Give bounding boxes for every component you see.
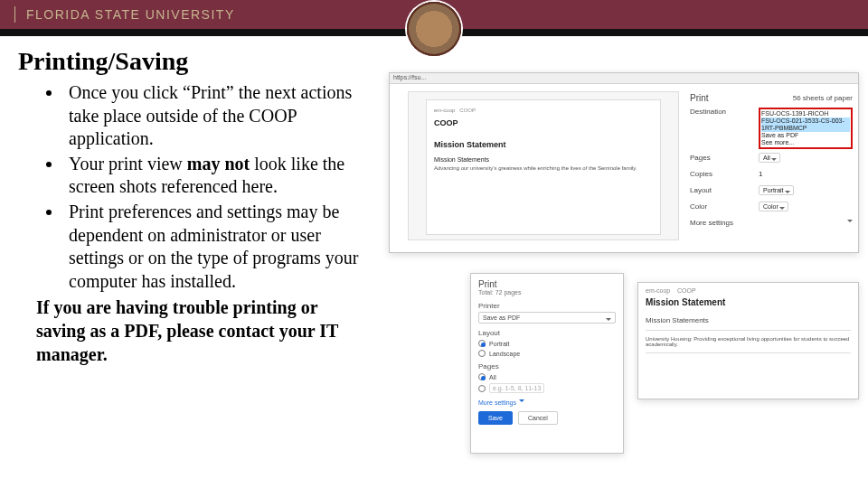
banner-divider [14, 6, 15, 23]
preview-app-title: COOP [434, 118, 653, 127]
copies-label: Copies [690, 170, 712, 178]
color-row: Color Color [690, 198, 853, 214]
preview-page: em-coop COOP COOP Mission Statement Miss… [426, 99, 661, 235]
preview-sub: Mission Statements [434, 156, 653, 163]
print-preview-area: em-coop COOP COOP Mission Statement Miss… [408, 91, 679, 240]
banner-text: FLORIDA STATE UNIVERSITY [26, 7, 235, 22]
copies-row: Copies 1 [690, 165, 853, 182]
ff-printer-label: Printer [478, 302, 616, 310]
ff-pages-section: Pages All e.g. 1-5, 8, 11-13 [471, 360, 623, 396]
radio-icon [478, 350, 486, 357]
radio-icon [478, 385, 486, 392]
document-preview: em-coop COOP Mission Statement Mission S… [637, 282, 859, 399]
ff-page-count: Total: 72 pages [471, 289, 623, 299]
pages-select[interactable]: All [759, 153, 780, 163]
doc-subtitle: Mission Statements [638, 314, 858, 326]
ff-title: Print [471, 274, 623, 289]
ff-layout-landscape[interactable]: Landscape [478, 350, 616, 357]
firefox-print-dialog: Print Total: 72 pages Printer Save as PD… [470, 273, 624, 454]
layout-select[interactable]: Portrait [759, 185, 794, 195]
ff-layout-label: Layout [478, 329, 616, 337]
ff-button-row: Save Cancel [471, 406, 623, 430]
print-header-row: Print 56 sheets of paper [690, 89, 853, 106]
bullet-list: Once you click “Print” the next actions … [36, 81, 362, 293]
bullet-emphasis: may not [187, 154, 250, 174]
chrome-print-sidebar: Print 56 sheets of paper Destination FSU… [690, 89, 853, 230]
more-row[interactable]: More settings [690, 214, 853, 230]
divider [646, 330, 851, 331]
breadcrumb: em-coop COOP [434, 108, 653, 113]
doc-title: Mission Statement [638, 294, 858, 314]
destination-option[interactable]: FSU-OCS-1391-RICOH [761, 110, 850, 117]
cancel-button[interactable]: Cancel [518, 411, 558, 425]
pages-label: Pages [690, 154, 711, 162]
bullet-text: Your print view [69, 154, 187, 174]
destination-row: Destination FSU-OCS-1391-RICOH FSU-OCS-0… [690, 108, 853, 149]
ff-more-settings[interactable]: More settings [471, 396, 623, 406]
bullet-item: Print preferences and settings may be de… [63, 201, 362, 293]
pages-row: Pages All [690, 149, 853, 165]
preview-section: Mission Statement [434, 140, 653, 149]
ff-layout-portrait[interactable]: Portrait [478, 340, 616, 347]
destination-option[interactable]: Save as PDF [761, 132, 850, 139]
layout-row: Layout Portrait [690, 182, 853, 198]
screenshot-group: https://fsu... em-coop COOP COOP Mission… [389, 72, 859, 461]
destination-label: Destination [690, 108, 726, 116]
breadcrumb: em-coop COOP [638, 283, 858, 294]
doc-body-line: University Housing: Providing exceptiona… [638, 334, 858, 349]
url-text: https://fsu... [393, 74, 426, 80]
destination-highlight: FSU-OCS-1391-RICOH FSU-OCS-021-3533-CS-0… [759, 108, 853, 149]
bullet-item: Your print view may not look like the sc… [63, 153, 362, 199]
chevron-down-icon [519, 399, 524, 405]
ff-printer-section: Printer Save as PDF [471, 299, 623, 326]
ff-pages-label: Pages [478, 362, 616, 371]
layout-label: Layout [690, 186, 712, 194]
ff-pages-custom[interactable]: e.g. 1-5, 8, 11-13 [478, 383, 616, 393]
ff-layout-section: Layout Portrait Landscape [471, 326, 623, 360]
ff-pages-all[interactable]: All [478, 373, 616, 380]
print-title: Print [690, 93, 709, 103]
preview-body: Advancing our university’s greatness whi… [434, 165, 653, 171]
bullet-text: Print preferences and settings may be de… [69, 202, 359, 291]
sheet-count: 56 sheets of paper [793, 94, 853, 102]
radio-icon [478, 340, 486, 347]
divider [646, 352, 851, 353]
university-seal-icon [407, 2, 461, 56]
bullet-item: Once you click “Print” the next actions … [63, 81, 362, 151]
color-select[interactable]: Color [759, 202, 788, 211]
destination-dropdown[interactable]: FSU-OCS-1391-RICOH FSU-OCS-021-3533-CS-0… [761, 110, 850, 146]
save-button[interactable]: Save [478, 411, 513, 425]
chevron-down-icon [847, 220, 853, 225]
more-settings-link[interactable]: More settings [690, 219, 733, 227]
destination-option[interactable]: See more... [761, 139, 850, 146]
destination-option-selected[interactable]: FSU-OCS-021-3533-CS-003-1RT-PBMBMCP [761, 117, 850, 132]
copies-value[interactable]: 1 [759, 170, 762, 178]
ff-printer-select[interactable]: Save as PDF [478, 312, 616, 324]
chrome-print-dialog: https://fsu... em-coop COOP COOP Mission… [389, 72, 859, 253]
ff-pages-input[interactable]: e.g. 1-5, 8, 11-13 [489, 383, 544, 393]
bullet-text: Once you click “Print” the next actions … [69, 82, 352, 148]
color-label: Color [690, 202, 707, 211]
radio-icon [478, 373, 486, 380]
address-bar[interactable]: https://fsu... [390, 73, 858, 84]
trailer-text: If you are having trouble printing or sa… [36, 296, 362, 366]
